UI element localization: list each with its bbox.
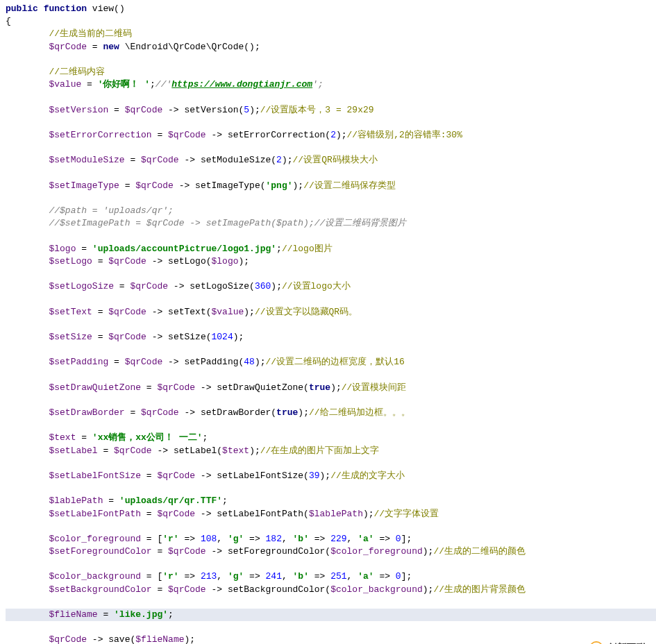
- comment: //设置二维码保存类型: [303, 180, 396, 191]
- code-line: $setVersion = $qrCode -> setVersion(5);/…: [6, 105, 374, 115]
- code-line: $color_foreground = ['r' => 108, 'g' => …: [6, 534, 412, 544]
- blank-line: [6, 458, 11, 468]
- comment: //在生成的图片下面加上文字: [260, 446, 380, 456]
- code-line: $setBackgroundColor = $qrCode -> setBack…: [6, 584, 525, 595]
- blank-line: [6, 559, 11, 569]
- comment: //生成的图片背景颜色: [433, 584, 525, 595]
- comment: //文字字体设置: [374, 509, 439, 519]
- code-line: {: [6, 16, 11, 26]
- comment: //给二维码加边框。。。: [309, 407, 410, 418]
- variable: $qrCode: [49, 42, 87, 52]
- code-line: $logo = 'uploads/accountPictrue/logo1.jp…: [6, 244, 333, 254]
- variable: $value: [49, 79, 81, 90]
- blank-line: [6, 269, 11, 279]
- blank-line: [6, 142, 11, 153]
- code-line: $value = '你好啊！ ';//'https://www.dongtian…: [6, 79, 323, 90]
- blank-line: [6, 294, 11, 304]
- code-line: $qrCode -> save($flieName);: [6, 634, 195, 644]
- comment: //生成的二维码的颜色: [433, 546, 525, 557]
- blank-line: [6, 420, 11, 430]
- blank-line: [6, 483, 11, 493]
- code-line: $color_background = ['r' => 213, 'g' => …: [6, 571, 412, 582]
- code-line: $setPadding = $qrCode -> setPadding(48);…: [6, 357, 405, 367]
- code-line: $setLogo = $qrCode -> setLogo($logo);: [6, 256, 249, 266]
- watermark: 创新互联: [584, 638, 652, 644]
- comment: //logo图片: [282, 244, 333, 254]
- blank-line: [6, 521, 11, 532]
- blank-line: [6, 344, 11, 355]
- code-line: $setText = $qrCode -> setText($value);//…: [6, 307, 358, 317]
- comment: //'https://www.dongtianjr.com';: [155, 79, 323, 90]
- code-line: $qrCode = new \Endroid\QrCode\QrCode();: [6, 42, 260, 52]
- blank-line: [6, 230, 11, 241]
- svg-point-0: [590, 642, 603, 644]
- string: '你好啊！ ': [98, 79, 150, 90]
- blank-line: [6, 117, 11, 128]
- blank-line: [6, 369, 11, 380]
- code-line: //$path = 'uploads/qr';: [6, 205, 174, 216]
- comment: //设置版本号，3 = 29x29: [260, 105, 374, 115]
- code-line: $setSize = $qrCode -> setSize(1024);: [6, 332, 244, 342]
- blank-line: [6, 622, 11, 632]
- code-line: $text = 'xx销售，xx公司！ 一二';: [6, 432, 208, 443]
- code-line: public function view(): [6, 3, 125, 14]
- code-line: $setErrorCorrection = $qrCode -> setErro…: [6, 130, 462, 140]
- blank-line: [6, 167, 11, 178]
- comment: //设置二维码的边框宽度，默认16: [266, 357, 405, 367]
- comment: //二维码内容: [49, 67, 105, 77]
- code-line: //生成当前的二维码: [6, 28, 132, 39]
- code-line: $setImageType = $qrCode -> setImageType(…: [6, 180, 396, 191]
- code-line: $setLabel = $qrCode -> setLabel($text);/…: [6, 446, 379, 456]
- comment: //设置模块间距: [342, 382, 407, 393]
- comment: //设置文字以隐藏QR码。: [255, 307, 358, 317]
- code-line: $setDrawBorder = $qrCode -> setDrawBorde…: [6, 407, 410, 418]
- blank-line: [6, 193, 11, 203]
- code-line: $setLabelFontSize = $qrCode -> setLabelF…: [6, 471, 405, 481]
- code-line: $setForegroundColor = $qrCode -> setFore…: [6, 546, 525, 557]
- comment: //设置QR码模块大小: [293, 155, 378, 165]
- blank-line: [6, 92, 11, 102]
- keyword-public: public: [6, 3, 38, 14]
- comment: //生成的文字大小: [330, 471, 405, 481]
- code-line: $setLogoSize = $qrCode -> setLogoSize(36…: [6, 281, 351, 291]
- code-line: //$setImagePath = $qrCode -> setImagePat…: [6, 218, 406, 228]
- code-line: $setLabelFontPath = $qrCode -> setLabelF…: [6, 509, 439, 519]
- comment: //$setImagePath = $qrCode -> setImagePat…: [49, 218, 406, 228]
- url-in-comment: https://www.dongtianjr.com: [171, 79, 312, 90]
- comment: //$path = 'uploads/qr';: [49, 205, 173, 216]
- code-block: public function view() { //生成当前的二维码 $qrC…: [0, 0, 656, 644]
- comment: //容错级别,2的容错率:30%: [347, 130, 462, 140]
- blank-line: [6, 54, 11, 65]
- blank-line: [6, 395, 11, 405]
- watermark-icon: [589, 641, 603, 644]
- code-line: $setModuleSize = $qrCode -> setModuleSiz…: [6, 155, 378, 165]
- highlighted-line: $flieName = 'like.jpg';: [6, 609, 656, 621]
- comment: //生成当前的二维码: [49, 28, 132, 39]
- blank-line: [6, 319, 11, 330]
- comment: //设置logo大小: [282, 281, 351, 291]
- code-line: $setDrawQuietZone = $qrCode -> setDrawQu…: [6, 382, 406, 393]
- function-name: view: [92, 3, 114, 14]
- code-line: $lablePath = 'uploads/qr/qr.TTF';: [6, 495, 228, 506]
- blank-line: [6, 597, 11, 607]
- keyword-new: new: [103, 42, 119, 52]
- watermark-label: 创新互联: [607, 641, 646, 644]
- keyword-function: function: [44, 3, 87, 14]
- code-line: //二维码内容: [6, 67, 105, 77]
